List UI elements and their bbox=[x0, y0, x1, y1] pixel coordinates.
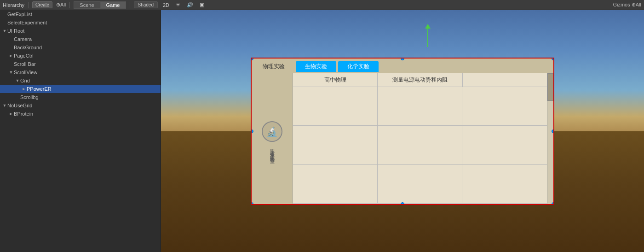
arrow-nousegrid: ▼ bbox=[2, 103, 7, 108]
hier-item-getexplist[interactable]: GetExpList bbox=[0, 10, 161, 18]
panel-scrollbar[interactable] bbox=[547, 73, 553, 204]
tab-chemistry[interactable]: 化学实验 bbox=[338, 61, 379, 72]
scrollbar-track[interactable] bbox=[547, 73, 553, 204]
grid-cell-3[interactable] bbox=[462, 87, 547, 126]
experiment-grid bbox=[293, 87, 547, 204]
panel-tab-row: 物理实验 生物实验 化学实验 bbox=[252, 59, 553, 73]
panel-content: 🔬 四川省中学生虚拟实验室 高中物理 测量电源电动势和内阻 bbox=[252, 73, 553, 204]
hierarchy-list: GetExpListSelectExperiment▼UI RootCamera… bbox=[0, 10, 161, 252]
transform-gizmo bbox=[425, 24, 431, 47]
tab-physics[interactable]: 物理实验 bbox=[253, 61, 294, 72]
hier-item-grid[interactable]: ▼Grid bbox=[0, 76, 161, 85]
handle-bl[interactable] bbox=[251, 202, 253, 205]
hier-item-scrollbar[interactable]: Scroll Bar bbox=[0, 60, 161, 68]
scene-viewport[interactable]: 物理实验 生物实验 化学实验 🔬 四川省中学生虚拟实验室 bbox=[161, 10, 644, 252]
arrow-pagectrl: ► bbox=[8, 53, 14, 58]
label-scrollbg: Scrollbg bbox=[20, 94, 161, 100]
gizmos-label: Gizmos bbox=[613, 2, 630, 7]
label-getexplist: GetExpList bbox=[7, 12, 161, 17]
hier-item-uiroot[interactable]: ▼UI Root bbox=[0, 27, 161, 35]
arrow-head bbox=[425, 24, 431, 29]
gizmos-area: Gizmos ⊕All bbox=[613, 2, 641, 8]
hier-item-bprotein[interactable]: ►BProtein bbox=[0, 110, 161, 118]
separator bbox=[28, 2, 29, 8]
panel-grid-area: 高中物理 测量电源电动势和内阻 bbox=[293, 73, 547, 204]
hier-item-scrollview[interactable]: ▼ScrollView bbox=[0, 68, 161, 76]
game-panel: 物理实验 生物实验 化学实验 🔬 四川省中学生虚拟实验室 bbox=[251, 58, 554, 205]
shaded-button[interactable]: Shaded bbox=[134, 1, 158, 8]
create-button[interactable]: Create bbox=[32, 1, 52, 8]
arrow-bprotein: ► bbox=[8, 111, 14, 116]
hier-item-selectexperiment[interactable]: SelectExperiment bbox=[0, 18, 161, 27]
logo-circle: 🔬 bbox=[262, 121, 282, 142]
main-area: GetExpListSelectExperiment▼UI RootCamera… bbox=[0, 10, 644, 252]
hier-item-nousegrid[interactable]: ▼NoUseGrid bbox=[0, 101, 161, 110]
scene-area: 物理实验 生物实验 化学实验 🔬 四川省中学生虚拟实验室 bbox=[161, 10, 644, 252]
arrow-line bbox=[427, 29, 428, 47]
grid-cell-7[interactable] bbox=[293, 165, 378, 204]
scene-game-tabs: Scene Game bbox=[74, 1, 126, 9]
grid-cell-9[interactable] bbox=[462, 165, 547, 204]
label-ppowerer: PPowerER bbox=[27, 86, 161, 92]
handle-bm[interactable] bbox=[401, 202, 404, 205]
grid-cell-4[interactable] bbox=[293, 126, 378, 165]
label-uiroot: UI Root bbox=[7, 28, 161, 34]
hier-item-pagectrl[interactable]: ►PageCtrl bbox=[0, 52, 161, 60]
category-experiment[interactable]: 测量电源电动势和内阻 bbox=[378, 73, 462, 87]
hierarchy-title: Hierarchy bbox=[3, 2, 24, 8]
grid-cell-2[interactable] bbox=[378, 87, 462, 126]
category-physics[interactable]: 高中物理 bbox=[293, 73, 378, 87]
top-toolbar: Hierarchy Create ⊕All Scene Game Shaded … bbox=[0, 0, 644, 10]
label-scrollbar: Scroll Bar bbox=[14, 61, 161, 67]
sidebar-vertical-text: 四川省中学生虚拟实验室 bbox=[269, 146, 276, 156]
label-nousegrid: NoUseGrid bbox=[7, 103, 161, 108]
sun-icon[interactable]: ☀ bbox=[174, 2, 182, 8]
handle-mr[interactable] bbox=[552, 129, 554, 133]
label-pagectrl: PageCtrl bbox=[14, 53, 161, 59]
logo-icon: 🔬 bbox=[266, 126, 278, 137]
tab-biology[interactable]: 生物实验 bbox=[296, 61, 336, 72]
aspect-icon[interactable]: ▣ bbox=[198, 2, 206, 8]
label-selectexperiment: SelectExperiment bbox=[7, 20, 161, 25]
arrow-uiroot: ▼ bbox=[2, 29, 7, 33]
grid-cell-1[interactable] bbox=[293, 87, 378, 126]
hier-item-camera[interactable]: Camera bbox=[0, 35, 161, 43]
label-background: BackGround bbox=[14, 45, 161, 50]
gizmos-all[interactable]: ⊕All bbox=[632, 2, 641, 7]
arrow-scrollview: ▼ bbox=[8, 70, 14, 75]
category-row: 高中物理 测量电源电动势和内阻 bbox=[293, 73, 547, 87]
label-grid: Grid bbox=[20, 78, 161, 83]
tab-game[interactable]: Game bbox=[100, 1, 126, 9]
grid-cell-5[interactable] bbox=[378, 126, 462, 165]
separator2 bbox=[69, 2, 70, 8]
logo-area: 🔬 四川省中学生虚拟实验室 bbox=[262, 121, 282, 156]
handle-tr[interactable] bbox=[552, 58, 554, 60]
label-scrollview: ScrollView bbox=[14, 70, 161, 75]
arrow-ppowerer: ► bbox=[21, 87, 27, 91]
hier-item-background[interactable]: BackGround bbox=[0, 43, 161, 52]
tab-scene[interactable]: Scene bbox=[74, 1, 100, 9]
label-camera: Camera bbox=[14, 36, 161, 42]
2d-button[interactable]: 2D bbox=[161, 2, 171, 8]
label-bprotein: BProtein bbox=[14, 111, 161, 117]
arrow-grid: ▼ bbox=[15, 78, 20, 83]
panel-sidebar: 🔬 四川省中学生虚拟实验室 bbox=[252, 73, 293, 204]
handle-br[interactable] bbox=[552, 202, 554, 205]
hier-item-ppowerer[interactable]: ►PPowerER bbox=[0, 85, 161, 93]
scrollbar-thumb[interactable] bbox=[547, 73, 553, 101]
grid-cell-6[interactable] bbox=[462, 126, 547, 165]
all-label: ⊕All bbox=[56, 2, 66, 8]
grid-cell-8[interactable] bbox=[378, 165, 462, 204]
audio-icon[interactable]: 🔊 bbox=[185, 2, 195, 8]
separator3 bbox=[130, 2, 130, 8]
hier-item-scrollbg[interactable]: Scrollbg bbox=[0, 93, 161, 101]
hierarchy-panel: GetExpListSelectExperiment▼UI RootCamera… bbox=[0, 10, 161, 252]
category-empty bbox=[463, 73, 547, 87]
